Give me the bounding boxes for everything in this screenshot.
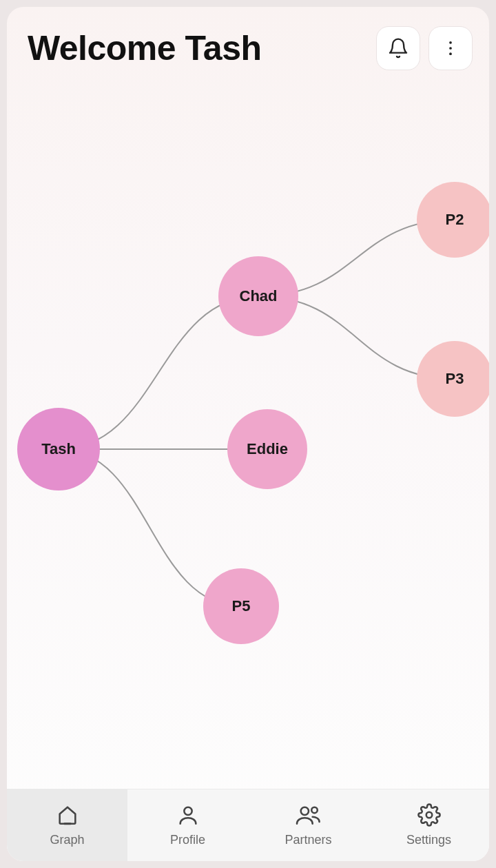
graph-canvas[interactable]: TashChadEddieP5P2P3 xyxy=(7,77,489,789)
more-vertical-icon xyxy=(441,39,460,58)
graph-node-label: Chad xyxy=(240,287,278,305)
graph-node-label: Tash xyxy=(41,440,76,458)
svg-point-6 xyxy=(311,807,318,814)
tab-label: Profile xyxy=(170,833,205,847)
graph-node-label: P3 xyxy=(446,370,464,388)
graph-node-label: P2 xyxy=(446,211,464,229)
app-frame: Welcome Tash TashChadEddieP5P2P3 GraphPr… xyxy=(7,7,489,861)
tab-settings[interactable]: Settings xyxy=(369,789,489,861)
tab-label: Graph xyxy=(50,833,84,847)
header: Welcome Tash xyxy=(7,7,489,77)
svg-point-1 xyxy=(449,47,452,50)
tab-bar: GraphProfilePartnersSettings xyxy=(7,789,489,861)
svg-point-4 xyxy=(184,807,192,815)
svg-point-2 xyxy=(449,52,452,55)
graph-node-p2[interactable]: P2 xyxy=(417,182,489,258)
bell-icon xyxy=(387,37,409,59)
svg-point-0 xyxy=(449,41,452,44)
header-actions xyxy=(376,26,473,70)
tab-profile[interactable]: Profile xyxy=(127,789,248,861)
user-icon xyxy=(176,803,200,830)
svg-point-7 xyxy=(426,812,432,818)
svg-point-5 xyxy=(300,807,308,815)
gear-icon xyxy=(417,803,441,830)
graph-node-chad[interactable]: Chad xyxy=(218,256,298,336)
home-icon xyxy=(56,803,79,830)
notifications-button[interactable] xyxy=(376,26,420,70)
graph-node-label: Eddie xyxy=(247,440,288,458)
more-button[interactable] xyxy=(428,26,473,70)
graph-node-eddie[interactable]: Eddie xyxy=(227,409,307,489)
tab-partners[interactable]: Partners xyxy=(248,789,369,861)
graph-node-p3[interactable]: P3 xyxy=(417,341,489,417)
tab-graph[interactable]: Graph xyxy=(7,789,127,861)
tab-label: Settings xyxy=(406,833,451,847)
tab-label: Partners xyxy=(285,833,331,847)
users-icon xyxy=(296,803,322,830)
graph-node-p5[interactable]: P5 xyxy=(203,568,279,644)
graph-node-tash[interactable]: Tash xyxy=(17,408,100,490)
graph-node-label: P5 xyxy=(232,597,251,615)
page-title: Welcome Tash xyxy=(28,28,261,68)
